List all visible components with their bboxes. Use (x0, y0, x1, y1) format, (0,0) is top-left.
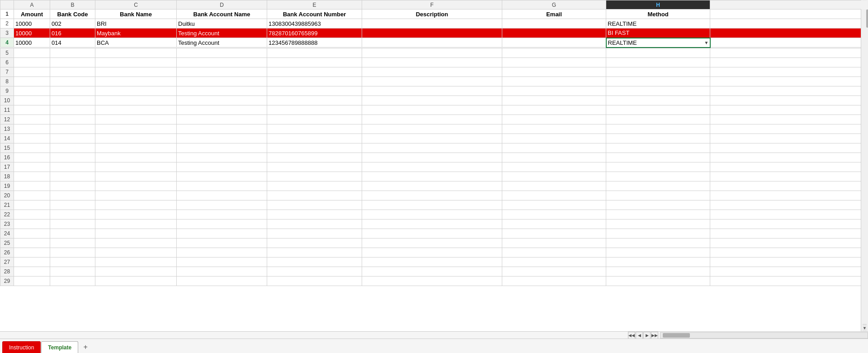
cell-empty-21-5[interactable] (362, 200, 502, 210)
cell-empty-25-4[interactable] (267, 238, 362, 248)
cell-empty-29-3[interactable] (177, 276, 267, 286)
cell-empty-27-8[interactable] (710, 257, 868, 267)
cell-empty-18-4[interactable] (267, 172, 362, 181)
cell-empty-16-5[interactable] (362, 153, 502, 162)
cell-empty-10-3[interactable] (177, 95, 267, 105)
cell-empty-9-6[interactable] (502, 86, 606, 95)
cell-empty-7-4[interactable] (267, 67, 362, 76)
cell-empty-25-7[interactable] (606, 238, 710, 248)
cell-empty-5-2[interactable] (95, 48, 177, 57)
cell-empty-13-7[interactable] (606, 124, 710, 134)
cell-empty-15-1[interactable] (50, 143, 95, 153)
cell-empty-7-1[interactable] (50, 67, 95, 76)
cell-empty-27-1[interactable] (50, 257, 95, 267)
cell-empty-9-3[interactable] (177, 86, 267, 95)
cell-empty-26-4[interactable] (267, 248, 362, 257)
cell-empty-23-1[interactable] (50, 219, 95, 229)
cell-g4[interactable] (502, 38, 606, 48)
cell-empty-14-6[interactable] (502, 134, 606, 143)
cell-empty-25-8[interactable] (710, 238, 868, 248)
cell-empty-18-5[interactable] (362, 172, 502, 181)
cell-empty-29-7[interactable] (606, 276, 710, 286)
cell-empty-26-1[interactable] (50, 248, 95, 257)
cell-empty-10-7[interactable] (606, 95, 710, 105)
cell-empty-26-8[interactable] (710, 248, 868, 257)
cell-a4[interactable]: 10000 (14, 38, 50, 48)
col-header-f[interactable]: F (362, 0, 502, 10)
cell-empty-13-4[interactable] (267, 124, 362, 134)
cell-empty-12-0[interactable] (14, 114, 50, 124)
cell-empty-11-3[interactable] (177, 105, 267, 114)
cell-empty-27-7[interactable] (606, 257, 710, 267)
dropdown-arrow-icon[interactable]: ▼ (704, 40, 709, 45)
cell-empty-23-0[interactable] (14, 219, 50, 229)
cell-d2[interactable]: Duitku (177, 19, 267, 29)
tab-add-button[interactable]: + (80, 341, 91, 353)
cell-empty-11-1[interactable] (50, 105, 95, 114)
cell-empty-6-1[interactable] (50, 57, 95, 67)
table-scroll[interactable]: A B C D E F G H 1 Amount (0, 0, 868, 331)
cell-empty-9-7[interactable] (606, 86, 710, 95)
cell-empty-26-3[interactable] (177, 248, 267, 257)
cell-empty-15-4[interactable] (267, 143, 362, 153)
cell-d3[interactable]: Testing Account (177, 29, 267, 38)
cell-empty-9-1[interactable] (50, 86, 95, 95)
cell-empty-15-7[interactable] (606, 143, 710, 153)
cell-empty-27-5[interactable] (362, 257, 502, 267)
cell-empty-12-3[interactable] (177, 114, 267, 124)
cell-empty-26-7[interactable] (606, 248, 710, 257)
cell-empty-11-5[interactable] (362, 105, 502, 114)
cell-empty-25-0[interactable] (14, 238, 50, 248)
cell-empty-6-6[interactable] (502, 57, 606, 67)
cell-empty-24-4[interactable] (267, 229, 362, 238)
cell-h4-dropdown[interactable]: REALTIME ▼ (606, 38, 710, 48)
cell-empty-19-2[interactable] (95, 181, 177, 191)
cell-empty-20-3[interactable] (177, 191, 267, 200)
cell-empty-8-8[interactable] (710, 76, 868, 86)
cell-empty-19-3[interactable] (177, 181, 267, 191)
scrollbar-track-h[interactable] (660, 332, 868, 339)
cell-empty-29-5[interactable] (362, 276, 502, 286)
cell-empty-18-0[interactable] (14, 172, 50, 181)
cell-c2[interactable]: BRI (95, 19, 177, 29)
cell-empty-10-1[interactable] (50, 95, 95, 105)
cell-empty-20-6[interactable] (502, 191, 606, 200)
cell-empty-18-2[interactable] (95, 172, 177, 181)
cell-empty-17-6[interactable] (502, 162, 606, 172)
cell-empty-10-8[interactable] (710, 95, 868, 105)
cell-empty-20-5[interactable] (362, 191, 502, 200)
cell-empty-14-0[interactable] (14, 134, 50, 143)
cell-empty-28-5[interactable] (362, 267, 502, 276)
cell-empty-14-5[interactable] (362, 134, 502, 143)
cell-empty-21-4[interactable] (267, 200, 362, 210)
cell-empty-11-4[interactable] (267, 105, 362, 114)
cell-empty-12-1[interactable] (50, 114, 95, 124)
cell-empty-9-5[interactable] (362, 86, 502, 95)
cell-empty-11-6[interactable] (502, 105, 606, 114)
cell-empty-15-0[interactable] (14, 143, 50, 153)
cell-empty-12-4[interactable] (267, 114, 362, 124)
cell-empty-17-0[interactable] (14, 162, 50, 172)
cell-empty-19-6[interactable] (502, 181, 606, 191)
cell-empty-24-6[interactable] (502, 229, 606, 238)
cell-empty-15-5[interactable] (362, 143, 502, 153)
cell-b3[interactable]: 016 (50, 29, 95, 38)
cell-empty-25-1[interactable] (50, 238, 95, 248)
scroll-left-first[interactable]: ◀◀ (628, 332, 635, 339)
cell-empty-27-4[interactable] (267, 257, 362, 267)
cell-g2[interactable] (502, 19, 606, 29)
cell-empty-14-3[interactable] (177, 134, 267, 143)
tab-template[interactable]: Template (41, 341, 78, 353)
cell-empty-5-1[interactable] (50, 48, 95, 57)
cell-d1[interactable]: Bank Account Name (177, 10, 267, 19)
cell-empty-21-3[interactable] (177, 200, 267, 210)
cell-empty-19-1[interactable] (50, 181, 95, 191)
cell-empty-11-0[interactable] (14, 105, 50, 114)
cell-empty-28-3[interactable] (177, 267, 267, 276)
cell-empty-6-8[interactable] (710, 57, 868, 67)
cell-empty-14-1[interactable] (50, 134, 95, 143)
col-header-h[interactable]: H (606, 0, 710, 10)
cell-empty-23-8[interactable] (710, 219, 868, 229)
cell-b4[interactable]: 014 (50, 38, 95, 48)
tab-instruction[interactable]: Instruction (2, 341, 41, 353)
